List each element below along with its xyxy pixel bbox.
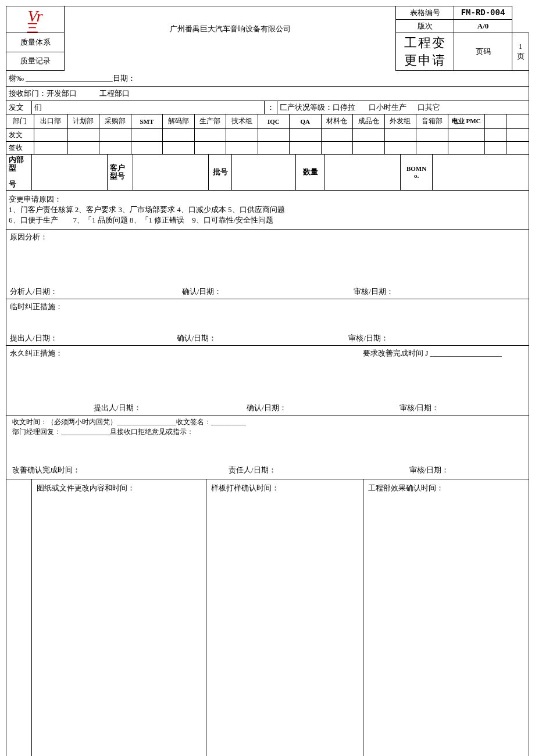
internal-model-value[interactable] bbox=[32, 155, 108, 191]
dispatch2-label: 发文 bbox=[6, 128, 34, 141]
perm-action-due[interactable]: 要求改善完成时间 J ___________________ bbox=[363, 348, 525, 359]
prod-status[interactable]: 匚产状况等级：口停拉 口小时生产 口其它 bbox=[277, 101, 529, 114]
form-no: FM-RD-004 bbox=[454, 6, 512, 20]
receipt-line1[interactable]: 收文时间：（必须两小时内回梵）_________________收文签名：___… bbox=[12, 417, 523, 427]
receipt-block: 收文时间：（必须两小时内回梵）_________________收文签名：___… bbox=[6, 415, 529, 480]
dept-grid: 部门 出口部 计划部 采购部 SMT 解码部 生产部 技术组 IQC QA 材料… bbox=[6, 114, 529, 155]
dept-col-5: 生产部 bbox=[194, 114, 226, 128]
progress-vlabel: 改善进度及效果确认 bbox=[8, 483, 18, 756]
dept-col-11: 外发组 bbox=[384, 114, 416, 128]
batch-value[interactable] bbox=[232, 155, 296, 191]
model-row: 内部型 号 客户型号 批号 数量 BOMNo. bbox=[6, 155, 529, 191]
prod-status-other: 口其它 bbox=[418, 103, 440, 112]
change-reason-block: 变更申请原因： 1、门客户责任核算 2、客户要求 3、厂市场部要求 4、口减少成… bbox=[6, 191, 529, 230]
confirm-date-2[interactable]: 确认/日期： bbox=[177, 333, 347, 343]
qty-label: 数量 bbox=[296, 155, 325, 191]
review-date-4[interactable]: 审核/日期： bbox=[409, 465, 450, 475]
change-reason-line1[interactable]: 1、门客户责任核算 2、客户要求 3、厂市场部要求 4、口减少成本 5、口供应商… bbox=[9, 205, 526, 215]
analyzer-date[interactable]: 分析人/日期： bbox=[10, 286, 180, 297]
temp-action-block: 临时纠正措施： 提出人/日期： 确认/日期： 审核/日期： bbox=[6, 299, 529, 346]
perm-action-block: 永久纠正措施： 要求改善完成时间 J ___________________ 提… bbox=[6, 346, 529, 415]
dept-col-3: SMT bbox=[131, 114, 162, 128]
bom-label: BOMNo. bbox=[401, 155, 433, 191]
recv-dept-row: 接收部门：开发部口 工程部口 bbox=[6, 87, 529, 101]
company-name: 广州番禺巨大汽车音响设备有限公司 bbox=[67, 24, 393, 34]
batch-label: 批号 bbox=[209, 155, 232, 191]
responsible-date[interactable]: 责任人/日期： bbox=[229, 465, 407, 475]
qty-value[interactable] bbox=[325, 155, 401, 191]
dept-col-10: 成品仓 bbox=[353, 114, 384, 128]
perm-action-heading: 永久纠正措施： bbox=[10, 348, 63, 359]
bom-value[interactable] bbox=[433, 155, 529, 191]
dispatch-left-2: 们 bbox=[32, 101, 265, 114]
confirm-date-1[interactable]: 确认/日期： bbox=[182, 286, 352, 297]
dept-col-6: 技术组 bbox=[226, 114, 258, 128]
prog-c2[interactable]: 样板打样确认时间： bbox=[206, 479, 363, 756]
review-date-1[interactable]: 审核/日期： bbox=[354, 286, 508, 297]
improve-confirm-time[interactable]: 改善确认完成时间： bbox=[12, 465, 227, 475]
header-table: Vr 三 广州番禺巨大汽车音响设备有限公司 表格编号 FM-RD-004 版次 … bbox=[6, 6, 529, 71]
quality-system: 质量体系 bbox=[6, 33, 65, 52]
form-title: 工程变更申请 bbox=[396, 33, 454, 71]
dept-col-15 bbox=[507, 114, 529, 128]
logo-underline: 三 bbox=[6, 24, 64, 31]
cause-analysis-block: 原因分析： 分析人/日期： 确认/日期： 审核/日期： bbox=[6, 230, 529, 299]
review-date-2[interactable]: 审核/日期： bbox=[348, 333, 503, 343]
recv-dept-text[interactable]: 接收部门：开发部口 工程部口 bbox=[6, 87, 529, 101]
form-no-label: 表格编号 bbox=[396, 6, 454, 20]
dept-col-13: 电业 PMC bbox=[448, 114, 484, 128]
prog-c3[interactable]: 工程部效果确认时间： bbox=[363, 479, 529, 756]
rev-value: A/0 bbox=[454, 20, 512, 33]
dept-label: 部门 bbox=[6, 114, 34, 128]
dept-col-2: 采购部 bbox=[99, 114, 131, 128]
customer-model-value[interactable] bbox=[133, 155, 209, 191]
dept-col-0: 出口部 bbox=[34, 114, 67, 128]
no-date-row: 榭‰ _______________________日期： bbox=[6, 71, 529, 87]
progress-grid: 改善进度及效果确认 图纸或文件更改内容和时间： 样板打样确认时间： 工程部效果确… bbox=[6, 479, 529, 756]
page-label: 页码 bbox=[454, 33, 512, 71]
dept-col-4: 解码部 bbox=[163, 114, 194, 128]
dept-col-14 bbox=[484, 114, 507, 128]
dispatch-status-row: 发文 们 ： 匚产状况等级：口停拉 口小时生产 口其它 bbox=[6, 101, 529, 114]
dept-col-7: IQC bbox=[258, 114, 289, 128]
dispatch-left-1: 发文 bbox=[6, 101, 32, 114]
dispatch-colon: ： bbox=[265, 101, 277, 114]
rev-label: 版次 bbox=[396, 20, 454, 33]
change-reason-line2[interactable]: 6、口便于生产 7、「1 品质问题 8、「1 修正错误 9、口可靠性/安全性问题 bbox=[9, 215, 526, 225]
dept-col-9: 材料仓 bbox=[321, 114, 352, 128]
review-date-3[interactable]: 审核/日期： bbox=[400, 403, 440, 413]
temp-action-heading: 临时纠正措施： bbox=[6, 299, 529, 331]
customer-model-label: 客户型号 bbox=[108, 155, 133, 191]
dept-col-1: 计划部 bbox=[67, 114, 99, 128]
prog-c1[interactable]: 图纸或文件更改内容和时间： bbox=[32, 479, 206, 756]
dept-col-12: 音箱部 bbox=[416, 114, 448, 128]
internal-model-label: 内部型 号 bbox=[6, 155, 32, 191]
prod-status-label: 匚产状况等级：口停拉 bbox=[280, 103, 355, 112]
receipt-line2[interactable]: 部门经理回复：______________旦接收口拒绝意见或指示： bbox=[12, 427, 523, 437]
prod-status-small: 口小时生产 bbox=[369, 103, 406, 112]
no-date-text[interactable]: 榭‰ _______________________日期： bbox=[6, 71, 529, 87]
cause-analysis-heading: 原因分析： bbox=[6, 230, 529, 285]
signoff-label: 签收 bbox=[6, 141, 34, 154]
quality-record: 质量记录 bbox=[6, 52, 65, 71]
proposer-date-2[interactable]: 提出人/日期： bbox=[94, 403, 245, 413]
change-reason-heading: 变更申请原因： bbox=[9, 194, 526, 205]
confirm-date-3[interactable]: 确认/日期： bbox=[247, 403, 398, 413]
dept-col-8: QA bbox=[290, 114, 321, 128]
page-value: 1 页 bbox=[512, 33, 529, 71]
proposer-date-1[interactable]: 提出人/日期： bbox=[10, 333, 175, 343]
